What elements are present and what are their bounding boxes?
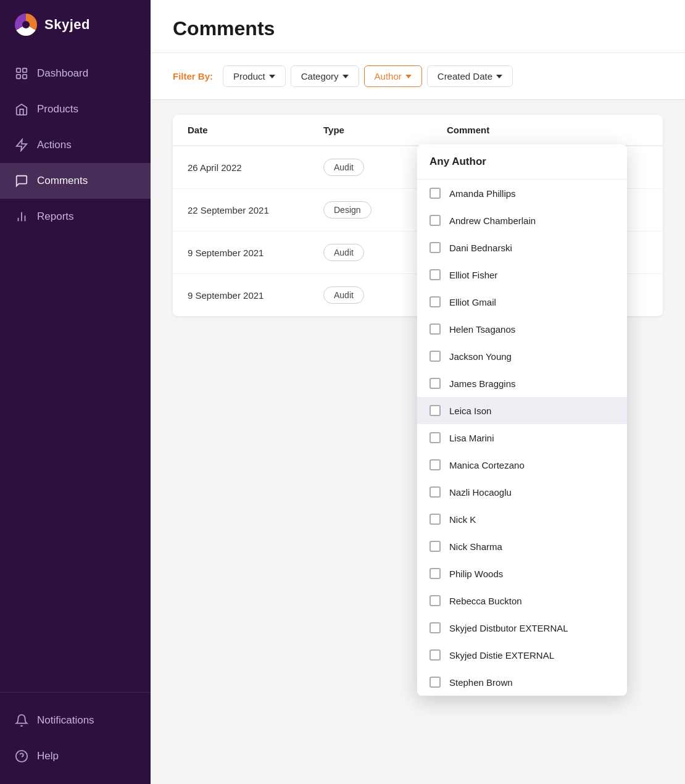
chevron-down-icon bbox=[269, 75, 275, 78]
author-label-1: Andrew Chamberlain bbox=[449, 215, 536, 226]
author-label-15: Rebecca Buckton bbox=[449, 596, 522, 606]
checkbox-3[interactable] bbox=[430, 269, 441, 280]
dropdown-item-12[interactable]: Nick K bbox=[417, 506, 627, 533]
sidebar-item-actions[interactable]: Actions bbox=[0, 127, 151, 163]
author-label-5: Helen Tsaganos bbox=[449, 324, 515, 335]
checkbox-11[interactable] bbox=[430, 486, 441, 498]
sidebar-item-help[interactable]: Help bbox=[0, 738, 151, 774]
checkbox-9[interactable] bbox=[430, 432, 441, 443]
filter-category-button[interactable]: Category bbox=[291, 65, 359, 87]
chevron-down-icon bbox=[405, 75, 412, 78]
reports-icon bbox=[15, 210, 28, 223]
checkbox-8[interactable] bbox=[430, 405, 441, 416]
checkbox-14[interactable] bbox=[430, 568, 441, 579]
dropdown-item-8[interactable]: Leica Ison bbox=[417, 397, 627, 424]
author-label-0: Amanda Phillips bbox=[449, 188, 516, 199]
sidebar-bottom: Notifications Help bbox=[0, 692, 151, 784]
cell-date-0: 26 April 2022 bbox=[188, 162, 323, 173]
cell-date-2: 9 September 2021 bbox=[188, 248, 323, 258]
sidebar-item-reports[interactable]: Reports bbox=[0, 199, 151, 235]
col-header-type: Type bbox=[323, 125, 447, 135]
type-badge-2: Audit bbox=[323, 244, 364, 261]
author-label-9: Lisa Marini bbox=[449, 433, 494, 443]
author-label-17: Skyjed Distie EXTERNAL bbox=[449, 650, 554, 661]
author-label-18: Stephen Brown bbox=[449, 677, 513, 688]
filter-bar: Filter By: Product Category Author Creat… bbox=[151, 53, 685, 100]
sidebar: Skyjed Dashboard Products Actions bbox=[0, 0, 151, 784]
checkbox-18[interactable] bbox=[430, 677, 441, 688]
sidebar-label-reports: Reports bbox=[37, 211, 74, 223]
checkbox-6[interactable] bbox=[430, 351, 441, 362]
bell-icon bbox=[15, 714, 28, 727]
checkbox-13[interactable] bbox=[430, 541, 441, 552]
filter-by-label: Filter By: bbox=[173, 71, 213, 81]
checkbox-10[interactable] bbox=[430, 459, 441, 470]
dropdown-item-3[interactable]: Elliot Fisher bbox=[417, 261, 627, 288]
author-label-4: Elliot Gmail bbox=[449, 297, 496, 307]
sidebar-item-products[interactable]: Products bbox=[0, 91, 151, 127]
dropdown-item-16[interactable]: Skyjed Distbutor EXTERNAL bbox=[417, 614, 627, 641]
sidebar-label-products: Products bbox=[37, 103, 78, 115]
dashboard-icon bbox=[15, 67, 28, 80]
comments-icon bbox=[15, 174, 28, 188]
svg-rect-1 bbox=[23, 69, 27, 72]
app-logo[interactable]: Skyjed bbox=[0, 0, 151, 49]
dropdown-item-18[interactable]: Stephen Brown bbox=[417, 669, 627, 696]
checkbox-16[interactable] bbox=[430, 622, 441, 633]
dropdown-item-4[interactable]: Elliot Gmail bbox=[417, 288, 627, 315]
checkbox-7[interactable] bbox=[430, 378, 441, 389]
table-header: Date Type Comment bbox=[173, 115, 663, 146]
type-badge-1: Design bbox=[323, 201, 372, 219]
author-dropdown[interactable]: Any Author Amanda PhillipsAndrew Chamber… bbox=[417, 144, 627, 696]
checkbox-17[interactable] bbox=[430, 649, 441, 661]
svg-rect-2 bbox=[17, 75, 20, 78]
author-label-14: Philip Woods bbox=[449, 569, 503, 579]
dropdown-item-9[interactable]: Lisa Marini bbox=[417, 424, 627, 451]
sidebar-nav: Dashboard Products Actions Comments bbox=[0, 49, 151, 692]
dropdown-item-13[interactable]: Nick Sharma bbox=[417, 533, 627, 560]
dropdown-item-5[interactable]: Helen Tsaganos bbox=[417, 315, 627, 343]
checkbox-1[interactable] bbox=[430, 215, 441, 226]
author-label-16: Skyjed Distbutor EXTERNAL bbox=[449, 623, 568, 633]
actions-icon bbox=[15, 138, 28, 152]
main-content: Comments Filter By: Product Category Aut… bbox=[151, 0, 685, 784]
dropdown-item-15[interactable]: Rebecca Buckton bbox=[417, 587, 627, 614]
checkbox-12[interactable] bbox=[430, 514, 441, 525]
filter-author-button[interactable]: Author bbox=[364, 65, 422, 87]
author-label-10: Manica Cortezano bbox=[449, 460, 525, 470]
checkbox-0[interactable] bbox=[430, 188, 441, 199]
dropdown-item-10[interactable]: Manica Cortezano bbox=[417, 451, 627, 478]
sidebar-label-actions: Actions bbox=[37, 139, 72, 151]
table-area: Date Type Comment 26 April 2022 Audit lo… bbox=[151, 100, 685, 784]
sidebar-label-comments: Comments bbox=[37, 175, 88, 187]
col-header-date: Date bbox=[188, 125, 323, 135]
dropdown-item-1[interactable]: Andrew Chamberlain bbox=[417, 207, 627, 234]
dropdown-item-2[interactable]: Dani Bednarski bbox=[417, 234, 627, 261]
app-name: Skyjed bbox=[44, 17, 90, 33]
sidebar-item-comments[interactable]: Comments bbox=[0, 163, 151, 199]
checkbox-5[interactable] bbox=[430, 323, 441, 335]
sidebar-item-notifications[interactable]: Notifications bbox=[0, 703, 151, 738]
svg-marker-4 bbox=[17, 140, 27, 151]
checkbox-15[interactable] bbox=[430, 595, 441, 606]
filter-created-date-button[interactable]: Created Date bbox=[427, 65, 513, 87]
checkbox-2[interactable] bbox=[430, 242, 441, 253]
dropdown-item-7[interactable]: James Braggins bbox=[417, 370, 627, 397]
author-label-7: James Braggins bbox=[449, 378, 516, 389]
checkbox-4[interactable] bbox=[430, 296, 441, 307]
dropdown-item-11[interactable]: Nazli Hocaoglu bbox=[417, 478, 627, 506]
author-label-6: Jackson Young bbox=[449, 351, 512, 362]
author-label-11: Nazli Hocaoglu bbox=[449, 487, 512, 498]
dropdown-item-17[interactable]: Skyjed Distie EXTERNAL bbox=[417, 641, 627, 669]
sidebar-label-help: Help bbox=[37, 750, 59, 762]
dropdown-item-6[interactable]: Jackson Young bbox=[417, 343, 627, 370]
sidebar-item-dashboard[interactable]: Dashboard bbox=[0, 56, 151, 91]
svg-rect-3 bbox=[23, 75, 27, 78]
filter-product-button[interactable]: Product bbox=[223, 65, 286, 87]
dropdown-item-0[interactable]: Amanda Phillips bbox=[417, 180, 627, 207]
page-title: Comments bbox=[173, 17, 663, 40]
author-label-2: Dani Bednarski bbox=[449, 243, 512, 253]
products-icon bbox=[15, 102, 28, 116]
dropdown-item-14[interactable]: Philip Woods bbox=[417, 560, 627, 587]
sidebar-label-notifications: Notifications bbox=[37, 714, 94, 727]
